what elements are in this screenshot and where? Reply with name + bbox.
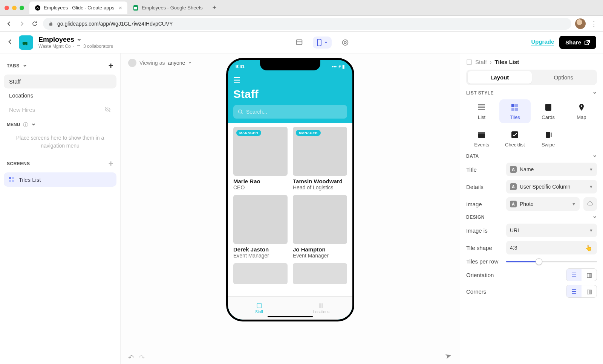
svg-line-21 xyxy=(242,113,243,114)
sidebar-tab-newhires[interactable]: New Hires xyxy=(4,102,116,117)
svg-rect-3 xyxy=(49,23,52,26)
seg-layout[interactable]: Layout xyxy=(468,71,532,84)
tileshape-label: Tile shape xyxy=(466,245,502,251)
style-list[interactable]: List xyxy=(466,99,497,123)
chevron-down-icon xyxy=(592,91,597,95)
browser-tab[interactable]: Employees - Google Sheets xyxy=(127,2,208,14)
list-style-header[interactable]: LIST STYLE xyxy=(466,90,597,96)
tilesperrow-slider[interactable] xyxy=(506,261,597,262)
settings-gear-button[interactable] xyxy=(338,35,353,50)
horizontal-icon[interactable]: ☰ xyxy=(566,269,582,281)
tile-image xyxy=(233,195,288,244)
staff-tile[interactable] xyxy=(233,263,288,284)
svg-rect-39 xyxy=(551,133,552,137)
style-checklist[interactable]: Checklist xyxy=(499,127,530,151)
chevron-down-icon xyxy=(31,122,36,127)
image-select[interactable]: APhoto▼ xyxy=(506,197,580,211)
svg-point-34 xyxy=(581,105,582,107)
reload-button[interactable] xyxy=(30,19,39,28)
crumb-parent[interactable]: Staff xyxy=(475,59,487,65)
screen-tiles-list[interactable]: Tiles List xyxy=(4,172,116,187)
svg-point-20 xyxy=(239,110,242,113)
avatar-icon xyxy=(128,59,136,67)
title-select[interactable]: AName▼ xyxy=(506,163,597,176)
back-button[interactable] xyxy=(5,19,14,28)
vertical-icon[interactable]: ▥ xyxy=(582,269,597,281)
hidden-icon xyxy=(104,106,111,113)
menu-placeholder: Place screens here to show them in a nav… xyxy=(4,129,116,155)
tablet-view-button[interactable] xyxy=(292,35,307,50)
add-tab-button[interactable]: + xyxy=(109,61,113,71)
close-window[interactable] xyxy=(5,6,9,10)
app-subtitle: Waste Mgmt Co· 3 collaborators xyxy=(38,44,113,49)
inspector-panel: Staff › Tiles List Layout Options LIST S… xyxy=(460,53,603,364)
undo-button[interactable]: ↶ xyxy=(128,353,134,362)
svg-rect-23 xyxy=(319,303,321,308)
phone-view-button[interactable] xyxy=(313,37,332,49)
data-header[interactable]: DATA xyxy=(466,154,597,159)
details-select[interactable]: AUser Specific Column▼ xyxy=(506,180,597,193)
imageis-label: Image is xyxy=(466,227,502,234)
title-label: Title xyxy=(466,166,502,173)
address-bar[interactable]: go.glideapps.com/app/WgJ1GL7iwz4IHdvpCUV… xyxy=(43,18,571,30)
viewing-as-pill[interactable]: Viewing as anyone xyxy=(128,59,192,67)
maximize-window[interactable] xyxy=(20,6,24,10)
left-sidebar: TABS + Staff Locations New Hires MENU i … xyxy=(0,53,121,364)
tabs-section-header[interactable]: TABS + xyxy=(4,57,116,75)
orientation-toggle[interactable]: ☰▥ xyxy=(566,268,597,281)
map-icon xyxy=(577,102,586,112)
imageis-select[interactable]: URL▼ xyxy=(506,224,597,237)
locations-icon xyxy=(318,302,325,309)
staff-tile[interactable]: Jo HamptonEvent Manager xyxy=(293,195,347,259)
square-icon[interactable]: ▥ xyxy=(582,285,597,297)
style-map[interactable]: Map xyxy=(566,99,597,123)
style-swipe[interactable]: Swipe xyxy=(533,127,564,151)
browser-menu-icon[interactable]: ⋮ xyxy=(589,20,598,28)
rounded-icon[interactable]: ☰ xyxy=(566,285,582,297)
tileshape-select[interactable]: 4:3👆 xyxy=(506,241,597,254)
chevron-down-icon xyxy=(188,61,192,65)
orientation-label: Orientation xyxy=(466,272,502,278)
staff-tile[interactable]: MANAGERMarie RaoCEO xyxy=(233,127,288,190)
profile-avatar[interactable] xyxy=(575,18,586,29)
undo-redo: ↶ ↷ xyxy=(128,353,145,362)
corners-label: Corners xyxy=(466,288,502,295)
search-input[interactable]: Search... xyxy=(233,105,347,119)
sheets-favicon xyxy=(133,5,139,11)
seg-options[interactable]: Options xyxy=(532,71,596,84)
hamburger-icon[interactable]: ☰ xyxy=(233,76,347,85)
people-icon xyxy=(77,44,81,49)
corners-toggle[interactable]: ☰▥ xyxy=(566,285,597,298)
sidebar-tab-staff[interactable]: Staff xyxy=(4,75,116,88)
tile-image xyxy=(293,195,347,244)
screens-section-header: SCREENS + xyxy=(4,155,116,172)
style-cards[interactable]: Cards xyxy=(533,99,564,123)
sidebar-tab-locations[interactable]: Locations xyxy=(4,88,116,102)
share-button[interactable]: Share xyxy=(559,36,596,49)
upload-button[interactable] xyxy=(583,197,597,211)
redo-button[interactable]: ↷ xyxy=(139,353,145,362)
app-title[interactable]: Employees xyxy=(38,36,113,44)
staff-tile[interactable]: MANAGERTamsin WoodwardHead of Logistics xyxy=(293,127,347,190)
design-header[interactable]: DESIGN xyxy=(466,215,597,220)
forward-button[interactable] xyxy=(17,19,26,28)
upgrade-link[interactable]: Upgrade xyxy=(531,38,554,46)
staff-tile[interactable]: Derek JastonEvent Manager xyxy=(233,195,288,259)
staff-tile[interactable] xyxy=(293,263,347,284)
svg-rect-29 xyxy=(511,104,514,107)
style-tiles[interactable]: Tiles xyxy=(499,99,530,123)
browser-tab-active[interactable]: Employees · Glide · Create apps × xyxy=(29,2,127,14)
url-text: go.glideapps.com/app/WgJ1GL7iwz4IHdvpCUV… xyxy=(57,21,173,27)
new-tab-button[interactable]: + xyxy=(208,1,221,15)
style-events[interactable]: Events xyxy=(466,127,497,151)
tile-image xyxy=(293,263,347,284)
svg-rect-36 xyxy=(478,132,485,134)
image-label: Image xyxy=(466,201,502,207)
add-screen-button[interactable]: + xyxy=(109,159,113,169)
app-back-button[interactable] xyxy=(7,38,14,47)
close-tab-icon[interactable]: × xyxy=(119,5,122,11)
minimize-window[interactable] xyxy=(12,6,17,10)
svg-rect-33 xyxy=(545,104,551,111)
checklist-icon xyxy=(510,130,520,140)
menu-section-header[interactable]: MENU i xyxy=(4,117,116,129)
